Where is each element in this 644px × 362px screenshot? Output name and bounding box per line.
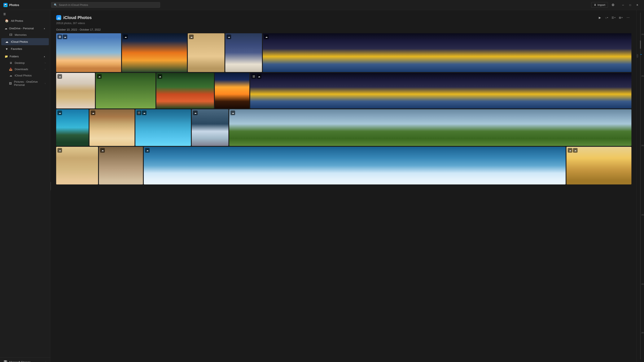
photo-item[interactable]: ☁ ☁ xyxy=(566,147,632,184)
timeline-indicator xyxy=(640,54,642,55)
hamburger-icon: ☰ xyxy=(3,12,6,16)
downloads-icon: 📥 xyxy=(9,68,12,71)
photos-area[interactable]: ☁ iCloud Photos ▶ ↕ ▾ xyxy=(51,10,636,362)
pictures-expand-icon: › xyxy=(45,82,46,85)
photo-item[interactable] xyxy=(215,73,250,108)
photo-item[interactable]: ☁ xyxy=(188,33,224,72)
sidebar-storage-footer: 💾 Microsoft Storage ▲ 2.2 GB used of 5 G… xyxy=(0,358,50,362)
main-content: ☁ iCloud Photos ▶ ↕ ▾ xyxy=(51,10,644,362)
downloads-label: Downloads xyxy=(15,68,28,71)
year-2019: 2019 xyxy=(642,283,644,285)
view-button[interactable]: ⊞ ▾ xyxy=(618,14,624,21)
sort-icon: ↕ xyxy=(606,16,607,19)
downloads-expand-icon: › xyxy=(45,68,46,70)
import-icon: ⬇ xyxy=(594,3,596,6)
photo-item[interactable]: ☁ xyxy=(122,33,187,72)
folders-collapse-icon: ▲ xyxy=(44,55,46,57)
photo-grid-row1: 🖼 ☁ ☁ xyxy=(56,33,632,72)
photo-item[interactable]: ☁ xyxy=(144,147,566,184)
photo-item[interactable]: ☁ xyxy=(56,147,98,184)
sidebar-item-desktop[interactable]: 🖥 Desktop › xyxy=(1,60,49,66)
photo-item[interactable]: 🖼 ☁ xyxy=(56,33,121,72)
close-button[interactable]: ✕ xyxy=(634,2,641,8)
icloud-page-icon: ☁ xyxy=(56,15,61,20)
slideshow-icon: ▶ xyxy=(599,16,601,19)
minimize-button[interactable]: ─ xyxy=(620,2,626,8)
sort-arrow-icon: ▾ xyxy=(607,16,608,19)
photo-item[interactable]: ☁ xyxy=(56,73,95,108)
favorites-icon: ♥ xyxy=(4,47,9,51)
timeline-track: Oct 2022 2023 2022 2021 2020 2019 2018 xyxy=(640,12,641,360)
view-arrow-icon: ▾ xyxy=(622,16,622,19)
photo-item[interactable]: ☁ xyxy=(192,109,228,146)
desktop-icon: 🖥 xyxy=(9,61,12,64)
sidebar-folders-section[interactable]: 📁 Folders ▲ xyxy=(1,53,49,60)
topbar: 📷 Photos 🔍 ⬇ Import ⚙ ─ □ ✕ xyxy=(0,0,644,10)
desktop-label: Desktop xyxy=(15,61,25,64)
date-section-header: October 10, 2022 - October 17, 2022 xyxy=(56,28,632,31)
sidebar-item-all-photos[interactable]: 🏠 All Photos xyxy=(1,17,49,24)
photo-item[interactable]: ☁ xyxy=(90,109,134,146)
page-title: iCloud Photos xyxy=(63,15,92,20)
storage-collapse-icon[interactable]: ▲ xyxy=(45,361,47,362)
photo-item[interactable]: ☁ xyxy=(263,33,632,72)
photo-item[interactable]: 🎬 ☁ xyxy=(136,109,191,146)
oct-2022-marker: Oct 2022 xyxy=(636,54,638,57)
sidebar-item-label: All Photos xyxy=(11,19,23,22)
slideshow-button[interactable]: ▶ xyxy=(597,14,603,21)
folders-icon: 📁 xyxy=(4,55,8,58)
page-title-row: ☁ iCloud Photos xyxy=(56,15,92,20)
photo-item[interactable]: ☁ xyxy=(225,33,262,72)
search-box: 🔍 xyxy=(51,2,160,8)
import-button[interactable]: ⬇ Import xyxy=(591,2,608,8)
sidebar-item-memories[interactable]: 🎞 Memories xyxy=(1,32,49,38)
timeline-thumb[interactable] xyxy=(640,40,641,49)
more-options-button[interactable]: ⋯ xyxy=(625,14,632,21)
photo-item[interactable]: ☁ xyxy=(56,109,89,146)
sidebar: ☰ 🏠 All Photos ☁ OneDrive - Personal ▲ xyxy=(0,10,50,362)
sidebar-hamburger[interactable]: ☰ xyxy=(0,11,50,17)
memories-label: Memories xyxy=(15,33,26,36)
app-title-area: 📷 Photos xyxy=(3,3,50,7)
folders-label: Folders xyxy=(10,55,19,58)
photo-item[interactable]: 🎬 ☁ xyxy=(250,73,632,108)
photo-item[interactable]: ☁ xyxy=(96,73,156,108)
sidebar-item-downloads[interactable]: 📥 Downloads › xyxy=(1,66,49,72)
icloud-folder-icon: ☁ xyxy=(9,74,12,77)
year-2023: 2023 xyxy=(642,33,644,35)
all-photos-icon: 🏠 xyxy=(4,19,9,23)
app-title: Photos xyxy=(9,3,19,7)
timeline-sidebar[interactable]: Oct 2022 2023 2022 2021 2020 2019 2018 xyxy=(636,10,644,362)
maximize-button[interactable]: □ xyxy=(627,2,634,8)
icloud-photos-label: iCloud Photos xyxy=(11,40,28,43)
onedrive-collapse-icon: ▲ xyxy=(44,27,46,29)
pictures-onedrive-icon: 🖼 xyxy=(9,82,12,85)
window-controls: ─ □ ✕ xyxy=(620,2,641,8)
icloud-icon: ☁ xyxy=(4,40,9,43)
sort-button[interactable]: ↕ ▾ xyxy=(604,14,610,21)
photo-grid-row3: ☁ ☁ xyxy=(56,109,632,146)
settings-button[interactable]: ⚙ xyxy=(610,2,616,8)
favorites-label: Favorites xyxy=(11,47,22,50)
filter-button[interactable]: ☰ ▾ xyxy=(610,14,617,21)
storage-icon: 💾 xyxy=(3,360,8,362)
sidebar-item-pictures-onedrive[interactable]: 🖼 Pictures - OneDrive Personal › xyxy=(1,79,49,88)
year-2020: 2020 xyxy=(642,214,644,216)
filter-arrow-icon: ▾ xyxy=(614,16,616,19)
photo-grid-row4: ☁ ☁ xyxy=(56,147,632,184)
photo-item[interactable]: ☁ xyxy=(229,109,632,146)
onedrive-icon: ☁ xyxy=(4,27,7,30)
sidebar-item-favorites[interactable]: ♥ Favorites xyxy=(1,45,49,52)
search-input[interactable] xyxy=(59,3,158,6)
sidebar-item-icloud-photos[interactable]: ☁ iCloud Photos xyxy=(1,38,49,45)
photo-item[interactable]: ☁ xyxy=(156,73,214,108)
pictures-onedrive-label: Pictures - OneDrive Personal xyxy=(14,80,43,86)
photo-item[interactable]: ☁ xyxy=(99,147,143,184)
page-toolbar: ▶ ↕ ▾ ☰ ▾ ⊞ ▾ xyxy=(597,14,632,21)
search-icon: 🔍 xyxy=(54,3,57,6)
more-icon: ⋯ xyxy=(626,16,630,19)
desktop-expand-icon: › xyxy=(45,62,46,64)
sidebar-onedrive-section[interactable]: ☁ OneDrive - Personal ▲ xyxy=(1,25,49,32)
sidebar-item-icloud-folder[interactable]: ☁ iCloud Photos xyxy=(1,72,49,78)
memories-icon: 🎞 xyxy=(9,33,12,36)
